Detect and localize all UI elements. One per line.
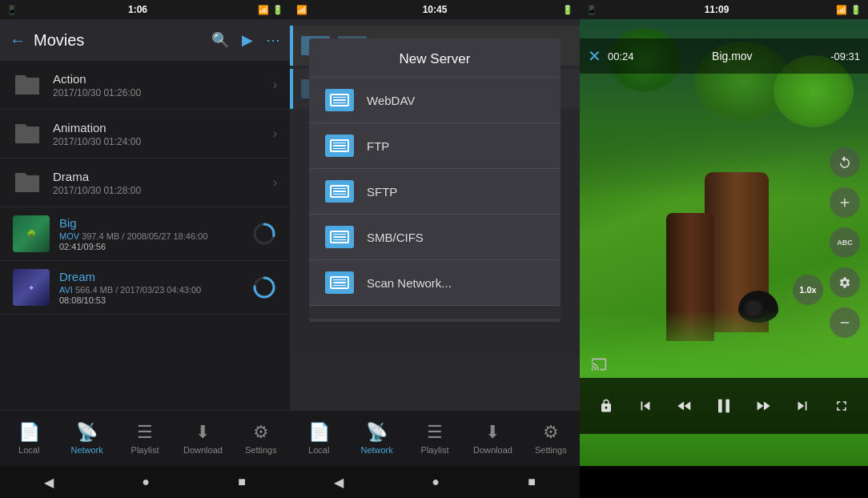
server-label: FTP	[367, 139, 389, 153]
server-item-sftp[interactable]: SFTP	[309, 169, 561, 215]
more-icon[interactable]: ⋯	[266, 31, 280, 49]
video-type: MOV	[59, 231, 79, 241]
replay-button[interactable]	[830, 147, 860, 178]
home-button-2[interactable]: ●	[432, 475, 440, 489]
folder-name: Drama	[53, 170, 273, 183]
next-button[interactable]	[788, 392, 817, 420]
server-item-webdav[interactable]: WebDAV	[309, 78, 561, 123]
server-item-ftp[interactable]: FTP	[309, 123, 561, 169]
cloud-item-amazon[interactable]: a Amazon Cloud Drive	[309, 319, 561, 322]
list-item[interactable]: Drama 2017/10/30 01:28:00 ›	[0, 159, 290, 207]
folder-name: Action	[53, 72, 273, 86]
nav-item-local-2[interactable]: 📄 Local	[290, 422, 348, 455]
list-item[interactable]: ✦ Dream AVI 566.4 MB / 2017/03/23 04:43:…	[0, 261, 290, 315]
recents-button[interactable]: ■	[238, 475, 246, 489]
back-system-button-2[interactable]: ◀	[334, 475, 344, 490]
cast-icon[interactable]	[591, 356, 607, 376]
speed-indicator[interactable]: 1.0x	[793, 275, 823, 305]
search-icon[interactable]: 🔍	[211, 31, 229, 49]
bottom-nav-1: 📄 Local 📡 Network ☰ Playlist ⬇ Download …	[0, 410, 290, 466]
back-system-button[interactable]: ◀	[44, 475, 54, 490]
server-label: SFTP	[367, 185, 397, 199]
nav-item-download-2[interactable]: ⬇ Download	[464, 422, 521, 455]
chevron-icon: ›	[273, 127, 277, 141]
nav-item-settings[interactable]: ⚙ Settings	[232, 422, 290, 455]
status-bar-2: 📶 10:45 🔋	[290, 0, 580, 19]
folder-date: 2017/10/30 01:26:00	[53, 87, 273, 98]
nav-item-network[interactable]: 📡 Network	[58, 422, 115, 455]
player-settings-button[interactable]	[830, 267, 860, 298]
home-button[interactable]: ●	[142, 475, 150, 489]
video-type: AVI	[59, 285, 73, 295]
server-icon	[325, 180, 354, 203]
back-button[interactable]: ←	[10, 31, 26, 50]
system-nav-2: ◀ ● ■	[290, 466, 580, 498]
list-item[interactable]: Animation 2017/10/30 01:24:00 ›	[0, 110, 290, 159]
new-server-dialog: New Server WebDAV	[309, 38, 561, 322]
folder-date: 2017/10/30 01:28:00	[53, 185, 273, 196]
video-name: Dream	[59, 270, 251, 283]
system-nav-1: ◀ ● ■	[0, 466, 290, 498]
close-player-button[interactable]: ✕	[588, 46, 601, 66]
list-item[interactable]: 🌳 Big MOV 397.4 MB / 2008/05/27 18:46:00…	[0, 207, 290, 261]
time-remaining: -09:31	[830, 50, 860, 62]
server-icon	[325, 226, 354, 248]
nav-label: Playlist	[131, 445, 159, 455]
dialog-title: New Server	[309, 38, 561, 78]
video-title: Big.mov	[634, 50, 831, 62]
battery-icon-2: 🔋	[562, 5, 573, 15]
video-info: Big MOV 397.4 MB / 2008/05/27 18:46:00 0…	[59, 216, 251, 251]
status-left-2: 📶	[296, 5, 307, 15]
page-title: Movies	[34, 31, 203, 50]
status-right-3: 📶 🔋	[836, 5, 862, 15]
list-item[interactable]: Action 2017/10/30 01:26:00 ›	[0, 61, 290, 110]
local-icon-2: 📄	[308, 422, 330, 443]
nav-item-playlist-2[interactable]: ☰ Playlist	[406, 422, 464, 455]
battery-icon: 🔋	[272, 5, 283, 15]
nav-item-local[interactable]: 📄 Local	[0, 422, 58, 455]
fastforward-button[interactable]	[749, 392, 778, 420]
progress-circle	[251, 275, 277, 300]
video-thumbnail: 🌳	[13, 215, 50, 252]
video-date: 2008/05/27 18:46:00	[127, 231, 207, 241]
subtitle-button[interactable]: ABC	[830, 227, 860, 258]
network-icon: 📡	[76, 422, 98, 443]
server-item-scan[interactable]: Scan Network...	[309, 260, 561, 306]
wifi-icon-3: 📶	[836, 5, 847, 15]
network-icon-2: 📡	[366, 422, 388, 443]
wifi-icon: 📶	[258, 5, 269, 15]
prev-button[interactable]	[631, 392, 660, 420]
playlist-icon-2: ☰	[427, 422, 443, 443]
folder-info: Drama 2017/10/30 01:28:00	[53, 170, 273, 196]
play-icon[interactable]: ▶	[242, 31, 253, 49]
video-duration: 02:41/09:56	[59, 242, 251, 251]
chevron-icon: ›	[273, 175, 277, 190]
nav-label-2: Download	[473, 445, 512, 455]
nav-label-2: Playlist	[421, 445, 449, 455]
server-item-smb[interactable]: SMB/CIFS	[309, 215, 561, 260]
pause-button[interactable]	[709, 392, 738, 420]
folder-name: Animation	[53, 121, 273, 135]
player-panel: 📱 11:09 📶 🔋 ✕ 00:24 Big.mov -09:31	[580, 0, 868, 498]
nav-item-network-2[interactable]: 📡 Network	[348, 422, 405, 455]
zoom-in-button[interactable]	[830, 187, 860, 218]
server-label: Scan Network...	[367, 276, 452, 290]
player-controls	[580, 378, 868, 434]
nav-item-playlist[interactable]: ☰ Playlist	[116, 422, 174, 455]
nav-item-settings-2[interactable]: ⚙ Settings	[522, 422, 580, 455]
fullscreen-button[interactable]	[827, 392, 856, 420]
nav-label: Local	[18, 445, 39, 455]
nav-label-2: Local	[308, 445, 329, 455]
bottom-nav-2: 📄 Local 📡 Network ☰ Playlist ⬇ Download …	[290, 410, 580, 466]
player-top-bar: ✕ 00:24 Big.mov -09:31	[580, 38, 868, 74]
nav-item-download[interactable]: ⬇ Download	[174, 422, 231, 455]
lock-button[interactable]	[592, 392, 621, 420]
nav-label: Network	[70, 445, 102, 455]
battery-icon-3: 🔋	[850, 5, 862, 15]
status-time-3: 11:09	[705, 4, 729, 15]
video-frame[interactable]: ✕ 00:24 Big.mov -09:31 ABC 1.0x	[580, 19, 868, 466]
zoom-out-button[interactable]	[830, 307, 860, 338]
recents-button-2[interactable]: ■	[528, 475, 536, 489]
settings-icon-2: ⚙	[543, 422, 559, 443]
rewind-button[interactable]	[670, 392, 699, 420]
